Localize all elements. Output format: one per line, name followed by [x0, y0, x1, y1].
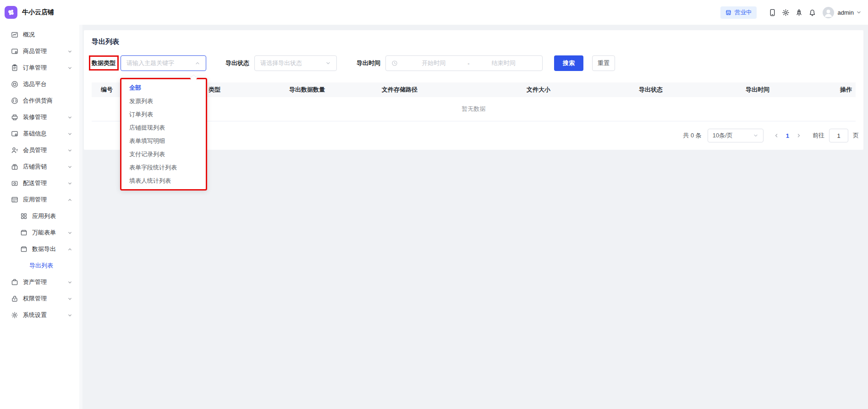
sidebar-item-label: 选品平台 [23, 80, 72, 88]
start-time-placeholder: 开始时间 [401, 59, 467, 67]
sidebar-item-label: 权限管理 [23, 294, 67, 303]
decorate-icon [11, 114, 18, 121]
range-separator: - [467, 60, 470, 67]
sidebar-item-label: 会员管理 [23, 146, 67, 154]
sidebar-item-overview[interactable]: 概况 [0, 27, 79, 43]
sidebar-item-label: 万能表单 [32, 229, 67, 237]
sidebar-item-label: 系统设置 [23, 311, 67, 319]
delivery-icon [11, 180, 18, 187]
dropdown-option-withdrawal-list[interactable]: 店铺提现列表 [121, 121, 206, 134]
sidebar-item-universal-form[interactable]: 万能表单 [0, 224, 79, 241]
prev-page-button[interactable] [771, 133, 782, 138]
sidebar-item-basic-info[interactable]: 基础信息 [0, 125, 79, 142]
data-type-placeholder: 请输入主题关键字 [126, 59, 174, 67]
sidebar-item-system-settings[interactable]: 系统设置 [0, 307, 79, 323]
chevron-down-icon[interactable] [856, 10, 862, 15]
username[interactable]: admin [838, 9, 854, 16]
end-time-placeholder: 结束时间 [471, 59, 537, 67]
clock-icon [391, 60, 398, 66]
export-status-select[interactable]: 请选择导出状态 [254, 55, 337, 71]
sidebar-item-goods[interactable]: 商品管理 [0, 43, 79, 60]
settings-gear-icon[interactable] [782, 9, 790, 16]
sidebar-item-members[interactable]: 会员管理 [0, 142, 79, 158]
sidebar-item-delivery[interactable]: 配送管理 [0, 175, 79, 191]
sidebar-item-data-export[interactable]: 数据导出 [0, 241, 79, 257]
overview-icon [11, 31, 18, 38]
supplier-icon [11, 97, 18, 104]
sidebar-item-permissions[interactable]: 权限管理 [0, 290, 79, 307]
chevron-down-icon [67, 148, 72, 153]
chevron-down-icon [67, 49, 72, 54]
rocket-icon[interactable] [795, 9, 803, 16]
sidebar-item-selection-platform[interactable]: 选品平台 [0, 76, 79, 93]
sidebar-item-app-list[interactable]: 应用列表 [0, 208, 79, 224]
bell-icon[interactable] [808, 9, 816, 16]
status-badge[interactable]: 营业中 [720, 6, 757, 19]
sidebar-item-suppliers[interactable]: 合作供货商 [0, 93, 79, 109]
current-page-button[interactable]: 1 [782, 132, 793, 139]
page-title: 导出列表 [92, 38, 119, 46]
avatar[interactable] [823, 7, 834, 18]
chevron-down-icon [67, 280, 72, 285]
page-unit-label: 页 [853, 131, 859, 140]
page: 牛小云店铺 营业中 admin [0, 0, 868, 409]
pagination: 共 0 条 10条/页 1 前往 页 [683, 129, 859, 142]
chevron-up-icon [67, 247, 72, 252]
data-type-dropdown: 全部 发票列表 订单列表 店铺提现列表 表单填写明细 支付记录列表 表单字段统计… [120, 78, 207, 191]
asset-icon [11, 278, 18, 286]
sidebar-item-label: 合作供货商 [23, 97, 72, 105]
sidebar: 概况 商品管理 订单管理 选品平台 合作供货商 装修管理 基础信息 [0, 25, 79, 409]
chevron-down-icon [67, 164, 72, 169]
sidebar-item-label: 资产管理 [23, 278, 67, 286]
page-size-value: 10条/页 [713, 131, 733, 140]
form-icon [20, 229, 27, 236]
export-icon [20, 245, 27, 253]
brand: 牛小云店铺 [5, 6, 54, 19]
dropdown-option-payment-records[interactable]: 支付记录列表 [121, 147, 206, 161]
scrollbar-track[interactable] [79, 25, 82, 409]
search-button[interactable]: 搜索 [554, 55, 583, 71]
col-header-time: 导出时间 [746, 82, 769, 97]
empty-text: 暂无数据 [462, 105, 486, 113]
sidebar-item-label: 导出列表 [29, 262, 72, 270]
dropdown-option-order-list[interactable]: 订单列表 [121, 108, 206, 121]
app-title: 牛小云店铺 [22, 8, 54, 16]
page-size-select[interactable]: 10条/页 [708, 129, 764, 142]
dropdown-option-all[interactable]: 全部 [121, 81, 206, 94]
lock-icon [11, 295, 18, 302]
next-page-button[interactable] [793, 133, 804, 138]
sidebar-item-app-management[interactable]: 应用管理 [0, 191, 79, 208]
export-time-label: 导出时间 [357, 55, 380, 71]
mobile-icon[interactable] [769, 9, 776, 16]
gear-icon [11, 311, 18, 319]
sidebar-item-orders[interactable]: 订单管理 [0, 60, 79, 76]
dropdown-option-invoice-list[interactable]: 发票列表 [121, 94, 206, 108]
goods-icon [11, 48, 18, 55]
puzzle-icon [6, 8, 16, 17]
dropdown-option-respondent-stats[interactable]: 填表人统计列表 [121, 174, 206, 187]
topbar-right: 营业中 admin [720, 6, 862, 19]
chevron-down-icon [67, 115, 72, 120]
sidebar-item-export-list[interactable]: 导出列表 [0, 257, 79, 274]
col-header-id: 编号 [101, 82, 113, 97]
sidebar-item-label: 配送管理 [23, 179, 67, 187]
dropdown-option-form-detail[interactable]: 表单填写明细 [121, 134, 206, 147]
export-time-range-picker[interactable]: 开始时间 - 结束时间 [385, 55, 543, 71]
sidebar-item-label: 订单管理 [23, 64, 67, 72]
platform-icon [11, 81, 18, 88]
sidebar-item-assets[interactable]: 资产管理 [0, 274, 79, 290]
chevron-down-icon [67, 313, 72, 318]
chevron-up-icon [67, 197, 72, 202]
top-header: 牛小云店铺 营业中 admin [0, 0, 868, 25]
goto-page-input[interactable] [829, 129, 848, 142]
sidebar-item-decoration[interactable]: 装修管理 [0, 109, 79, 125]
sidebar-item-label: 数据导出 [32, 245, 67, 253]
sidebar-item-label: 应用管理 [23, 196, 67, 204]
app-logo [5, 6, 17, 19]
chevron-down-icon [67, 65, 72, 71]
dropdown-option-form-field-stats[interactable]: 表单字段统计列表 [121, 161, 206, 174]
sidebar-item-marketing[interactable]: 店铺营销 [0, 158, 79, 175]
reset-button[interactable]: 重置 [592, 55, 615, 71]
data-type-select[interactable]: 请输入主题关键字 [121, 55, 206, 71]
sidebar-item-label: 商品管理 [23, 47, 67, 55]
